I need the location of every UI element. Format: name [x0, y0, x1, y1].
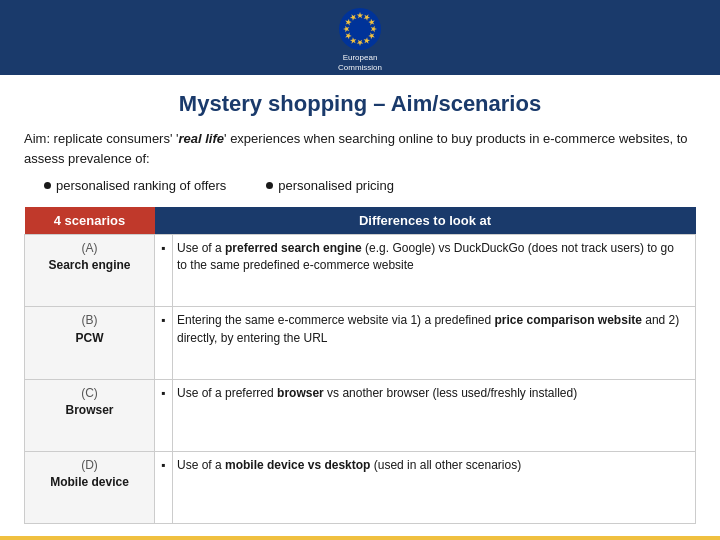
bullet-item-1: personalised ranking of offers — [44, 178, 226, 193]
scenario-bullet-3: ▪ — [155, 451, 173, 523]
scenario-letter-3: (D) — [33, 457, 146, 474]
th-differences: Differences to look at — [155, 207, 696, 235]
scenario-letter-2: (C) — [33, 385, 146, 402]
aim-prefix: Aim: replicate consumers' ' — [24, 131, 179, 146]
scenario-desc-2: Use of a preferred browser vs another br… — [173, 379, 696, 451]
scenario-label-0: (A)Search engine — [25, 235, 155, 307]
bottom-line — [0, 536, 720, 540]
scenarios-table: 4 scenarios Differences to look at (A)Se… — [24, 207, 696, 524]
table-row: (A)Search engine▪Use of a preferred sear… — [25, 235, 696, 307]
bullet-item-2: personalised pricing — [266, 178, 394, 193]
th-scenarios: 4 scenarios — [25, 207, 155, 235]
eu-stars-icon — [338, 7, 382, 51]
aim-highlight: real life — [179, 131, 225, 146]
scenario-label-2: (C)Browser — [25, 379, 155, 451]
table-row: (C)Browser▪Use of a preferred browser vs… — [25, 379, 696, 451]
scenario-letter-1: (B) — [33, 312, 146, 329]
bullet-label-1: personalised ranking of offers — [56, 178, 226, 193]
table-row: (D)Mobile device▪Use of a mobile device … — [25, 451, 696, 523]
content-area: Mystery shopping – Aim/scenarios Aim: re… — [0, 75, 720, 536]
scenario-desc-3: Use of a mobile device vs desktop (used … — [173, 451, 696, 523]
scenario-name-0: Search engine — [33, 257, 146, 274]
scenario-desc-0: Use of a preferred search engine (e.g. G… — [173, 235, 696, 307]
header-bar: EuropeanCommission — [0, 0, 720, 75]
aim-text: Aim: replicate consumers' 'real life' ex… — [24, 129, 696, 168]
eu-logo: EuropeanCommission — [338, 7, 382, 72]
table-row: (B)PCW▪Entering the same e-commerce webs… — [25, 307, 696, 379]
bullet-label-2: personalised pricing — [278, 178, 394, 193]
bullet-row: personalised ranking of offers personali… — [24, 178, 696, 193]
page-title: Mystery shopping – Aim/scenarios — [24, 91, 696, 117]
main-container: EuropeanCommission Mystery shopping – Ai… — [0, 0, 720, 540]
logo-text: EuropeanCommission — [338, 53, 382, 72]
scenario-bullet-1: ▪ — [155, 307, 173, 379]
scenario-label-1: (B)PCW — [25, 307, 155, 379]
scenario-desc-1: Entering the same e-commerce website via… — [173, 307, 696, 379]
scenario-letter-0: (A) — [33, 240, 146, 257]
scenario-bullet-2: ▪ — [155, 379, 173, 451]
scenario-name-3: Mobile device — [33, 474, 146, 491]
table-header-row: 4 scenarios Differences to look at — [25, 207, 696, 235]
scenario-label-3: (D)Mobile device — [25, 451, 155, 523]
scenario-name-2: Browser — [33, 402, 146, 419]
bullet-dot-2 — [266, 182, 273, 189]
scenario-bullet-0: ▪ — [155, 235, 173, 307]
bullet-dot-1 — [44, 182, 51, 189]
scenario-name-1: PCW — [33, 330, 146, 347]
